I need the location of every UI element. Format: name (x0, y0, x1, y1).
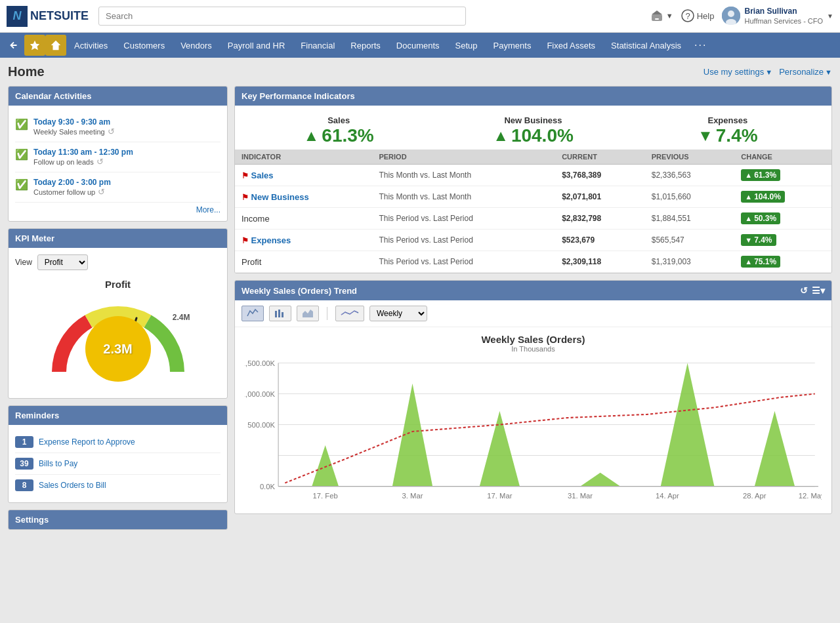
kpi-summary-row: Sales ▲ 61.3% New Business ▲ 104.0% (235, 106, 831, 150)
nav-item-financial[interactable]: Financial (293, 33, 343, 58)
reminders-body: 1 Expense Report to Approve 39 Bills to … (9, 425, 227, 502)
help-btn[interactable]: ? Help (681, 9, 715, 22)
nav-back-btn[interactable] (3, 35, 24, 56)
newbiz-up-arrow: ▲ (493, 127, 509, 145)
kpi-table-row-2: Income This Period vs. Last Period $2,83… (235, 208, 831, 230)
kpi-meter-header: KPI Meter (9, 229, 227, 248)
kpi-view-row: View Profit (15, 254, 220, 270)
nav-item-setup[interactable]: Setup (448, 33, 486, 58)
nav-item-payroll[interactable]: Payroll and HR (220, 33, 293, 58)
nav-item-payments[interactable]: Payments (486, 33, 539, 58)
cell-indicator-4: Profit (235, 251, 372, 273)
indicator-link[interactable]: ⚑ Sales (242, 171, 274, 180)
reminder-link-1[interactable]: Bills to Pay (39, 459, 77, 468)
svg-marker-28 (392, 384, 432, 487)
cell-current-2: $2,832,798 (555, 208, 645, 230)
nav-item-documents[interactable]: Documents (388, 33, 448, 58)
svg-text:500.00K: 500.00K (247, 421, 275, 429)
calendar-more: More... (15, 203, 220, 214)
svg-rect-4 (655, 18, 659, 20)
activity-desc-1: Follow up on leads ↺ (33, 157, 133, 167)
notifications-btn[interactable]: ▼ (650, 9, 673, 22)
expenses-down-arrow: ▼ (698, 127, 713, 145)
svg-text:31. Mar: 31. Mar (568, 492, 593, 500)
logo-letter: N (13, 9, 22, 23)
chart-refresh-btn[interactable]: ↺ (800, 285, 808, 296)
search-input[interactable] (98, 7, 466, 26)
search-bar (98, 7, 466, 26)
nav-item-fixed-assets[interactable]: Fixed Assets (539, 33, 603, 58)
chart-type-area-btn[interactable] (297, 306, 319, 321)
user-avatar (722, 7, 740, 25)
chart-type-line-btn[interactable] (242, 306, 264, 321)
svg-marker-10 (30, 41, 39, 50)
nav-bar: Activities Customers Vendors Payroll and… (0, 33, 840, 58)
kpi-summary-newbiz-label: New Business (442, 115, 623, 125)
nav-item-customers[interactable]: Customers (116, 33, 173, 58)
reminder-link-2[interactable]: Sales Orders to Bill (39, 481, 106, 490)
svg-text:?: ? (685, 11, 690, 21)
nav-item-activities[interactable]: Activities (66, 33, 116, 58)
chart-period-select[interactable]: Weekly (369, 306, 427, 321)
chart-type-line2-btn[interactable] (335, 306, 364, 321)
cell-change-0: ▲ 61.3% (734, 165, 831, 186)
svg-point-8 (728, 10, 734, 17)
page-content: Home Use my settings ▼ Personalize ▼ Cal… (0, 58, 840, 536)
chart-title-area: Weekly Sales (Orders) In Thousands (245, 334, 822, 353)
personalize-link[interactable]: Personalize ▼ (779, 67, 832, 77)
top-right-actions: ▼ ? Help Brian Sullivan Huffman Services… (650, 7, 833, 26)
cell-change-2: ▲ 50.3% (734, 208, 831, 230)
activity-refresh-icon-1[interactable]: ↺ (96, 157, 104, 167)
nav-item-statistical[interactable]: Statistical Analysis (603, 33, 689, 58)
nav-star-btn[interactable] (24, 35, 45, 56)
activity-text-0: Today 9:30 - 9:30 am Weekly Sales meetin… (33, 117, 115, 136)
kpi-summary-newbiz-value: ▲ 104.0% (442, 125, 623, 146)
indicator-link[interactable]: ⚑ New Business (242, 192, 309, 202)
cell-previous-2: $1,884,551 (645, 208, 735, 230)
user-name-block: Brian Sullivan Huffman Services - CFO (744, 7, 823, 26)
reminder-link-0[interactable]: Expense Report to Approve (39, 437, 135, 447)
chart-divider (327, 307, 327, 320)
activity-refresh-icon-0[interactable]: ↺ (108, 127, 115, 136)
activity-desc-2: Customer follow up ↺ (33, 187, 111, 197)
settings-header: Settings (9, 510, 227, 529)
nav-item-reports[interactable]: Reports (343, 33, 388, 58)
activity-text-2: Today 2:00 - 3:00 pm Customer follow up … (33, 178, 111, 197)
kpi-summary-expenses: Expenses ▼ 7.4% (637, 115, 818, 146)
nav-more-btn[interactable]: ··· (689, 39, 712, 51)
gauge-max: 2.4M (173, 313, 190, 322)
svg-rect-16 (282, 312, 284, 317)
kpi-panel: Key Performance Indicators Sales ▲ 61.3%… (234, 86, 832, 273)
calendar-more-link[interactable]: More... (196, 205, 220, 214)
user-menu[interactable]: Brian Sullivan Huffman Services - CFO ▼ (722, 7, 833, 26)
reminder-badge-1: 39 (15, 458, 33, 470)
activity-time-0[interactable]: Today 9:30 - 9:30 am (33, 117, 115, 127)
gauge-title: Profit (105, 279, 131, 290)
cell-indicator-2: Income (235, 208, 372, 230)
indicator-link[interactable]: ⚑ Expenses (242, 235, 291, 245)
nav-item-vendors[interactable]: Vendors (173, 33, 220, 58)
activity-time-1[interactable]: Today 11:30 am - 12:30 pm (33, 148, 133, 157)
activity-refresh-icon-2[interactable]: ↺ (98, 187, 105, 197)
change-down-arrow: ▼ (745, 236, 752, 244)
cell-previous-3: $565,547 (645, 230, 735, 251)
svg-text:17. Mar: 17. Mar (487, 492, 512, 500)
cell-previous-1: $1,015,660 (645, 186, 735, 208)
kpi-view-select[interactable]: Profit (37, 254, 88, 270)
chart-menu-btn[interactable]: ☰▾ (812, 285, 825, 296)
cell-period-3: This Period vs. Last Period (372, 230, 555, 251)
gauge-wrapper: 2.4M 2.3M (39, 293, 197, 385)
cell-change-4: ▲ 75.1% (734, 251, 831, 273)
change-badge-0: ▲ 61.3% (741, 169, 780, 181)
activity-item-1: ✅ Today 11:30 am - 12:30 pm Follow up on… (15, 142, 220, 172)
nav-home-btn[interactable] (45, 35, 66, 56)
kpi-summary-newbiz: New Business ▲ 104.0% (442, 115, 623, 146)
gauge-value: 2.3M (85, 316, 151, 382)
svg-marker-3 (652, 10, 662, 14)
kpi-summary-sales-label: Sales (248, 115, 429, 125)
activity-time-2[interactable]: Today 2:00 - 3:00 pm (33, 178, 111, 187)
chart-type-bar-btn[interactable] (269, 306, 291, 321)
use-my-settings-link[interactable]: Use my settings ▼ (704, 67, 772, 77)
chart-area: 1,500.00K 1,000.00K 500.00K 0.0K (245, 356, 822, 507)
kpi-table-row-0: ⚑ Sales This Month vs. Last Month $3,768… (235, 165, 831, 186)
